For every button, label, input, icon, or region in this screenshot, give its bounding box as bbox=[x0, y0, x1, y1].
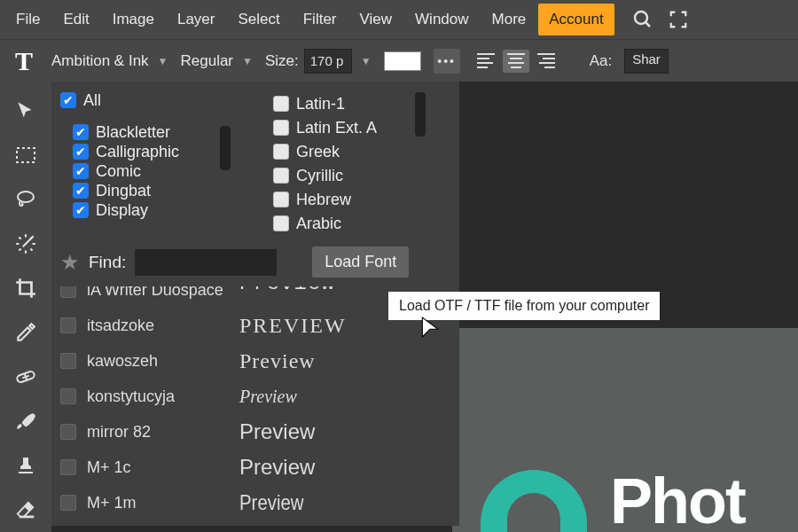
align-right-button[interactable] bbox=[533, 50, 559, 73]
font-preview: Preview bbox=[239, 286, 335, 295]
font-filters: ✔ All ✔Blackletter✔Calligraphic✔Comic✔Di… bbox=[51, 82, 459, 241]
filter-dingbat[interactable]: ✔Dingbat bbox=[60, 181, 238, 200]
font-name: kawoszeh bbox=[87, 352, 229, 371]
font-checkbox[interactable] bbox=[60, 317, 76, 333]
font-size-input[interactable] bbox=[304, 49, 352, 74]
font-checkbox[interactable] bbox=[60, 459, 76, 475]
font-name: M+ 1c bbox=[87, 458, 229, 477]
font-name: iA Writer Duospace bbox=[87, 286, 229, 300]
filter-latin-1[interactable]: Latin-1 bbox=[273, 94, 433, 113]
font-preview: Preview bbox=[239, 419, 315, 444]
checkbox-icon bbox=[273, 120, 289, 136]
checkbox-icon: ✔ bbox=[73, 202, 89, 218]
font-find-input[interactable] bbox=[135, 249, 277, 276]
filter-display[interactable]: ✔Display bbox=[60, 200, 238, 220]
chevron-down-icon[interactable]: ▼ bbox=[361, 55, 372, 67]
menu-layer[interactable]: Layer bbox=[167, 4, 226, 35]
svg-point-0 bbox=[635, 12, 647, 24]
menu-edit[interactable]: Edit bbox=[52, 4, 99, 35]
filter-calligraphic[interactable]: ✔Calligraphic bbox=[60, 142, 238, 161]
font-row[interactable]: mirror 82 Preview bbox=[60, 414, 450, 450]
filter-blackletter[interactable]: ✔Blackletter bbox=[60, 122, 238, 142]
font-row[interactable]: M+ 1m Preview bbox=[60, 485, 450, 520]
scrollbar[interactable] bbox=[415, 92, 426, 137]
menu-bar: File Edit Image Layer Select Filter View… bbox=[0, 0, 798, 39]
star-icon[interactable]: ★ bbox=[60, 250, 80, 275]
text-align-group bbox=[473, 50, 559, 73]
font-preview: Preview bbox=[239, 349, 316, 373]
menu-filter[interactable]: Filter bbox=[293, 4, 348, 35]
logo-text: Phot bbox=[610, 465, 745, 532]
menu-window[interactable]: Window bbox=[404, 4, 479, 35]
font-checkbox[interactable] bbox=[60, 495, 76, 511]
font-preview: Preview bbox=[239, 455, 315, 480]
font-family-dropdown[interactable]: Ambition & Ink ▼ bbox=[51, 52, 168, 70]
tool-bar bbox=[0, 82, 51, 532]
menu-view[interactable]: View bbox=[349, 4, 403, 35]
antialias-label: Aa: bbox=[590, 52, 613, 70]
eyedropper-tool-icon[interactable] bbox=[11, 319, 41, 346]
font-row[interactable]: kawoszeh Preview bbox=[60, 343, 450, 379]
filter-arabic[interactable]: Arabic bbox=[273, 214, 433, 233]
font-family-value: Ambition & Ink bbox=[51, 52, 149, 70]
checkbox-icon bbox=[273, 168, 289, 184]
load-font-button[interactable]: Load Font bbox=[312, 246, 409, 278]
align-center-button[interactable] bbox=[503, 50, 529, 73]
font-name: mirror 82 bbox=[87, 423, 229, 442]
fullscreen-icon[interactable] bbox=[666, 7, 691, 32]
antialias-dropdown[interactable]: Shar bbox=[624, 49, 669, 74]
filter-cyrillic[interactable]: Cyrillic bbox=[273, 166, 433, 185]
type-tool-indicator: T bbox=[9, 46, 39, 76]
font-checkbox[interactable] bbox=[60, 286, 76, 298]
scrollbar[interactable] bbox=[220, 126, 231, 170]
font-style-value: Regular bbox=[181, 52, 234, 70]
font-style-dropdown[interactable]: Regular ▼ bbox=[181, 52, 253, 70]
move-tool-icon[interactable] bbox=[11, 98, 41, 124]
checkbox-icon: ✔ bbox=[73, 144, 89, 160]
font-list[interactable]: iA Writer Duospace Preview itsadzoke PRE… bbox=[51, 286, 459, 526]
checkbox-icon bbox=[273, 192, 289, 207]
healing-tool-icon[interactable] bbox=[11, 364, 41, 390]
brush-tool-icon[interactable] bbox=[11, 408, 41, 434]
font-checkbox[interactable] bbox=[60, 353, 76, 369]
align-left-button[interactable] bbox=[473, 50, 499, 73]
svg-line-7 bbox=[25, 373, 27, 380]
font-name: itsadzoke bbox=[87, 317, 229, 335]
magic-wand-tool-icon[interactable] bbox=[11, 231, 41, 257]
checkbox-checked-icon: ✔ bbox=[60, 92, 76, 108]
find-label: Find: bbox=[89, 253, 126, 272]
font-name: konstytucyja bbox=[87, 387, 229, 406]
menu-more[interactable]: More bbox=[481, 4, 537, 35]
font-row[interactable]: konstytucyja Preview bbox=[60, 379, 450, 414]
checkbox-icon bbox=[273, 96, 289, 112]
options-bar: T Ambition & Ink ▼ Regular ▼ Size: ▼ •••… bbox=[0, 39, 798, 82]
filter-all[interactable]: ✔ All bbox=[60, 90, 238, 110]
eraser-tool-icon[interactable] bbox=[11, 497, 41, 523]
text-color-swatch[interactable] bbox=[384, 51, 421, 71]
font-row[interactable]: M+ 1c Preview bbox=[60, 450, 450, 485]
filter-hebrew[interactable]: Hebrew bbox=[273, 190, 433, 209]
menu-select[interactable]: Select bbox=[227, 4, 290, 35]
search-icon[interactable] bbox=[630, 7, 655, 32]
lasso-tool-icon[interactable] bbox=[11, 186, 41, 213]
cursor-icon bbox=[420, 316, 440, 339]
menu-file[interactable]: File bbox=[5, 4, 51, 35]
filter-latin-ext-a[interactable]: Latin Ext. A bbox=[273, 118, 433, 137]
size-label: Size: bbox=[265, 52, 299, 70]
filter-greek[interactable]: Greek bbox=[273, 142, 433, 161]
font-preview: Preview bbox=[239, 490, 304, 515]
marquee-tool-icon[interactable] bbox=[11, 142, 41, 168]
menu-account[interactable]: Account bbox=[538, 4, 614, 35]
crop-tool-icon[interactable] bbox=[11, 275, 41, 301]
filter-comic[interactable]: ✔Comic bbox=[60, 161, 238, 181]
stamp-tool-icon[interactable] bbox=[11, 452, 41, 479]
font-preview: Preview bbox=[239, 387, 297, 407]
menu-image[interactable]: Image bbox=[102, 4, 165, 35]
checkbox-icon: ✔ bbox=[73, 124, 89, 140]
font-checkbox[interactable] bbox=[60, 388, 76, 404]
svg-line-1 bbox=[645, 22, 650, 27]
checkbox-icon bbox=[273, 215, 289, 231]
font-checkbox[interactable] bbox=[60, 424, 76, 440]
more-options-button[interactable]: ••• bbox=[434, 49, 460, 74]
svg-rect-2 bbox=[17, 148, 35, 162]
